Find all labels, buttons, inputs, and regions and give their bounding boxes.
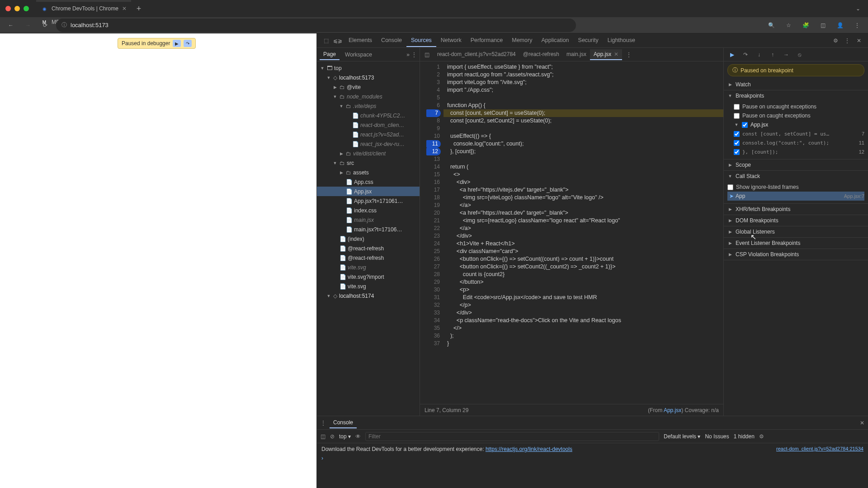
line-number[interactable]: 33: [420, 309, 440, 317]
menu-icon[interactable]: ⋮: [851, 19, 863, 32]
code-line[interactable]: </a>: [443, 225, 723, 232]
deactivate-breakpoints-button[interactable]: ⦸: [794, 52, 805, 58]
line-number[interactable]: 30: [420, 286, 440, 294]
console-link[interactable]: https://reactjs.org/link/react-devtools: [486, 446, 572, 452]
minimize-window[interactable]: [14, 6, 20, 11]
devtools-tab-network[interactable]: Network: [436, 34, 466, 47]
code-line[interactable]: </a>: [443, 202, 723, 209]
tab-page[interactable]: Page: [320, 49, 340, 60]
file-tree-folder[interactable]: ▶🗀@vite: [317, 82, 420, 92]
more-icon[interactable]: ⋮: [842, 38, 853, 44]
file-tree-folder[interactable]: ▼🗀src: [317, 158, 420, 168]
devtools-tab-performance[interactable]: Performance: [466, 34, 508, 47]
devtools-tab-console[interactable]: Console: [377, 34, 406, 47]
file-tree-folder[interactable]: ▼🗀.vite/deps: [317, 101, 420, 111]
code-line[interactable]: </p>: [443, 301, 723, 309]
devtools-tab-application[interactable]: Application: [537, 34, 573, 47]
navigator-menu-icon[interactable]: ⋮: [411, 52, 417, 58]
file-tree[interactable]: ▼🗔top▼◇localhost:5173▶🗀@vite▼🗀node_modul…: [317, 61, 420, 416]
file-tree-file[interactable]: 📄react.js?v=52ad…: [317, 130, 420, 139]
callstack-frame[interactable]: ➤ App App.jsx:7: [727, 192, 864, 201]
file-tree-folder[interactable]: ▼🗀node_modules: [317, 92, 420, 101]
devtools-tab-elements[interactable]: Elements: [344, 34, 377, 47]
file-tree-file[interactable]: 📄vite.svg: [317, 282, 420, 291]
line-number[interactable]: 13: [420, 155, 440, 163]
code-line[interactable]: [443, 155, 723, 163]
editor-tab[interactable]: @react-refresh: [519, 49, 563, 60]
file-tree-file[interactable]: 📄App.jsx: [317, 187, 420, 196]
step-over-button[interactable]: ↷: [740, 52, 751, 58]
code-line[interactable]: <a href="https://vitejs.dev" target="_bl…: [443, 186, 723, 194]
message-source-link[interactable]: react-dom_client.js?v=52ad2784:21534: [776, 446, 863, 451]
line-number[interactable]: 32: [420, 301, 440, 309]
code-line[interactable]: }: [443, 340, 723, 347]
clear-console-icon[interactable]: ⊘: [330, 433, 335, 440]
breakpoints-header[interactable]: ▼Breakpoints: [724, 90, 868, 101]
editor-tab[interactable]: react-dom_client.js?v=52ad2784: [434, 49, 519, 60]
line-number[interactable]: 19: [420, 202, 440, 209]
file-tree-folder[interactable]: ▼🗔top: [317, 63, 420, 73]
csp-breakpoints-header[interactable]: ▶CSP Violation Breakpoints: [724, 249, 868, 260]
line-number[interactable]: 10: [420, 132, 440, 140]
line-number[interactable]: 24: [420, 240, 440, 248]
new-tab-button[interactable]: +: [133, 4, 145, 14]
devtools-tab-sources[interactable]: Sources: [406, 34, 436, 47]
code-line[interactable]: useEffect(() => {: [443, 132, 723, 140]
bookmark-icon[interactable]: ☆: [782, 19, 795, 32]
context-selector[interactable]: top ▾: [339, 433, 351, 440]
code-line[interactable]: [443, 94, 723, 102]
editor-more-icon[interactable]: ⋮: [624, 52, 634, 58]
file-tree-folder[interactable]: ▶🗀vite/dist/client: [317, 149, 420, 158]
line-number[interactable]: 9: [420, 125, 440, 132]
back-button[interactable]: ←: [5, 19, 17, 32]
code-line[interactable]: const [count, setCount] = useState(0);: [443, 109, 723, 117]
event-listener-breakpoints-header[interactable]: ▶Event Listener Breakpoints: [724, 238, 868, 249]
maximize-window[interactable]: [24, 6, 29, 11]
code-line[interactable]: import "./App.css";: [443, 86, 723, 94]
log-levels-selector[interactable]: Default levels ▾: [664, 433, 700, 440]
code-line[interactable]: import { useEffect, useState } from "rea…: [443, 63, 723, 71]
line-number[interactable]: 14: [420, 163, 440, 171]
line-number[interactable]: 36: [420, 332, 440, 340]
step-button[interactable]: →: [781, 52, 792, 58]
code-line[interactable]: const [count2, setCount2] = useState(0);: [443, 117, 723, 125]
close-devtools-icon[interactable]: ✕: [854, 38, 864, 44]
line-number[interactable]: 28: [420, 271, 440, 278]
editor-tab[interactable]: main.jsx: [563, 49, 590, 60]
live-expression-icon[interactable]: 👁: [355, 433, 361, 440]
file-tree-file[interactable]: 📄(index): [317, 234, 420, 244]
hidden-count[interactable]: 1 hidden: [734, 433, 755, 440]
scope-header[interactable]: ▶Scope: [724, 160, 868, 170]
breakpoint-checkbox[interactable]: [734, 131, 740, 137]
code-line[interactable]: <img src={viteLogo} className="logo" alt…: [443, 194, 723, 202]
code-line[interactable]: <>: [443, 171, 723, 178]
global-listeners-header[interactable]: ▶Global Listeners: [724, 226, 868, 237]
file-tree-file[interactable]: 📄react-dom_clien…: [317, 120, 420, 130]
close-window[interactable]: [5, 6, 11, 11]
code-line[interactable]: <button onClick={() => setCount2((_count…: [443, 263, 723, 271]
console-output[interactable]: react-dom_client.js?v=52ad2784:21534 Dow…: [317, 443, 868, 488]
code-line[interactable]: <p className="read-the-docs">Click on th…: [443, 317, 723, 324]
zoom-icon[interactable]: 🔍: [765, 19, 778, 32]
console-settings-icon[interactable]: ⚙: [759, 433, 764, 440]
breakpoint-item[interactable]: console.log("count:", count);11: [734, 138, 864, 147]
line-number[interactable]: 15: [420, 171, 440, 178]
line-number[interactable]: 26: [420, 255, 440, 263]
tab-overview-icon[interactable]: ⌄: [852, 2, 864, 15]
forward-button[interactable]: →: [22, 19, 34, 32]
step-into-button[interactable]: ↓: [754, 52, 764, 58]
tab-workspace[interactable]: Workspace: [341, 50, 376, 60]
device-mode-icon[interactable]: ⫹⫺: [332, 38, 343, 44]
file-tree-file[interactable]: 📄main.jsx: [317, 215, 420, 225]
line-gutter[interactable]: 1234567891011121314151617181920212223242…: [420, 61, 443, 404]
code-editor[interactable]: 1234567891011121314151617181920212223242…: [420, 61, 723, 404]
line-number[interactable]: 22: [420, 225, 440, 232]
line-number[interactable]: 2: [420, 71, 440, 79]
code-line[interactable]: <div className="card">: [443, 248, 723, 255]
code-line[interactable]: </button>: [443, 278, 723, 286]
line-number[interactable]: 7: [426, 109, 441, 117]
file-tree-folder[interactable]: ▼◇localhost:5173: [317, 73, 420, 82]
code-line[interactable]: <div>: [443, 178, 723, 186]
line-number[interactable]: 34: [420, 317, 440, 324]
code-line[interactable]: import viteLogo from "/vite.svg";: [443, 79, 723, 86]
